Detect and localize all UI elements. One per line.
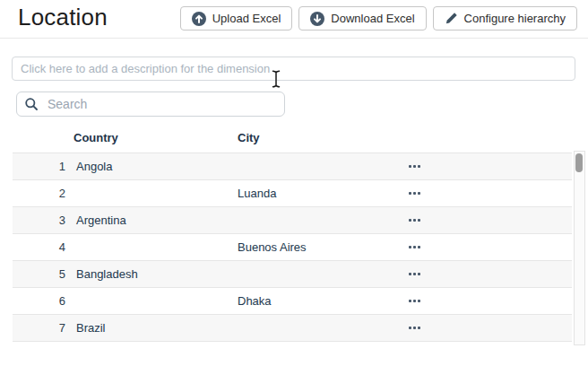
- country-cell[interactable]: Angola: [76, 160, 227, 173]
- vertical-scrollbar-thumb[interactable]: [575, 153, 583, 172]
- row-number: 1: [13, 160, 65, 173]
- page-title: Location: [18, 4, 108, 31]
- upload-circle-icon: [192, 12, 206, 26]
- search-box: [16, 92, 285, 117]
- table-header: Country City: [13, 131, 572, 144]
- download-circle-icon: [310, 12, 324, 26]
- download-excel-label: Download Excel: [331, 12, 414, 25]
- download-excel-button[interactable]: Download Excel: [298, 6, 426, 30]
- ellipsis-icon: [409, 300, 411, 302]
- upload-excel-button[interactable]: Upload Excel: [180, 6, 293, 30]
- country-cell[interactable]: Brazil: [76, 321, 227, 335]
- configure-hierarchy-label: Configure hierarchy: [464, 12, 566, 25]
- row-options-button[interactable]: [405, 187, 424, 200]
- search-input[interactable]: [16, 92, 285, 117]
- city-cell[interactable]: Buenos Aires: [238, 240, 390, 254]
- description-input[interactable]: [12, 57, 575, 81]
- row-options-button[interactable]: [405, 240, 424, 254]
- configure-hierarchy-button[interactable]: Configure hierarchy: [433, 6, 577, 30]
- row-number: 5: [13, 267, 65, 281]
- table-row[interactable]: 1 Angola: [13, 153, 572, 180]
- table-row[interactable]: 5 Bangladesh: [13, 261, 572, 288]
- table-row[interactable]: 7 Brazil: [13, 315, 572, 342]
- column-header-country: Country: [74, 131, 227, 144]
- ellipsis-icon: [409, 219, 411, 222]
- ellipsis-icon: [409, 246, 411, 248]
- vertical-scrollbar-track[interactable]: [574, 151, 585, 345]
- dimension-page: Location Upload Excel Download Excel: [0, 0, 588, 366]
- pencil-icon: [445, 12, 458, 25]
- ellipsis-icon: [409, 273, 411, 275]
- toolbar: Upload Excel Download Excel Configure hi…: [180, 6, 577, 30]
- header-divider: [0, 38, 588, 39]
- ellipsis-icon: [409, 327, 411, 329]
- column-header-city: City: [238, 131, 390, 144]
- table-row[interactable]: 2 Luanda: [13, 180, 572, 207]
- city-cell[interactable]: Luanda: [238, 187, 390, 200]
- table-row[interactable]: 4 Buenos Aires: [13, 234, 572, 261]
- row-options-button[interactable]: [405, 214, 424, 227]
- row-number: 7: [13, 321, 65, 335]
- row-number: 3: [13, 214, 65, 227]
- city-cell[interactable]: Dhaka: [238, 294, 390, 308]
- table-body: 1 Angola 2 Luanda 3 Argentina: [13, 152, 572, 342]
- row-options-button[interactable]: [405, 321, 424, 335]
- table-row[interactable]: 3 Argentina: [13, 207, 572, 234]
- row-options-button[interactable]: [405, 294, 424, 308]
- ellipsis-icon: [409, 165, 411, 168]
- upload-excel-label: Upload Excel: [212, 12, 281, 25]
- ellipsis-icon: [409, 192, 411, 195]
- row-number: 2: [13, 187, 65, 200]
- table-row[interactable]: 6 Dhaka: [13, 288, 572, 315]
- row-number: 6: [13, 294, 65, 308]
- row-options-button[interactable]: [405, 267, 424, 281]
- country-cell[interactable]: Bangladesh: [76, 267, 227, 281]
- country-cell[interactable]: Argentina: [76, 214, 227, 227]
- row-options-button[interactable]: [405, 160, 424, 173]
- row-number: 4: [13, 240, 65, 254]
